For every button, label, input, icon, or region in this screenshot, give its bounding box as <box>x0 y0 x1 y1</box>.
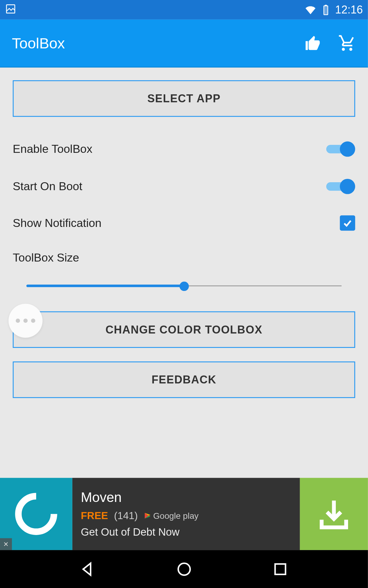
floating-menu-button[interactable] <box>9 304 43 338</box>
svg-rect-1 <box>324 6 328 15</box>
navigation-bar <box>0 550 368 588</box>
download-icon <box>315 495 353 533</box>
select-app-label: SELECT APP <box>147 92 220 105</box>
ad-download-button[interactable] <box>300 478 368 550</box>
enable-toolbox-toggle[interactable] <box>326 141 355 157</box>
ad-body: Moven FREE (141) Google play Get Out of … <box>72 478 300 550</box>
feedback-label: FEEDBACK <box>151 373 216 386</box>
status-bar: 12:16 <box>0 0 368 20</box>
start-on-boot-toggle[interactable] <box>326 178 355 195</box>
start-on-boot-label: Start On Boot <box>13 180 82 193</box>
moven-icon <box>13 491 60 537</box>
status-time: 12:16 <box>335 3 363 16</box>
show-notification-label: Show Notification <box>13 217 102 230</box>
svg-rect-4 <box>275 564 286 575</box>
wifi-icon <box>305 4 316 16</box>
toolbox-size-label: ToolBox Size <box>13 251 355 265</box>
svg-point-3 <box>178 563 190 575</box>
ad-price: FREE <box>81 510 108 522</box>
image-icon <box>5 3 16 14</box>
nav-back-icon[interactable] <box>79 560 96 578</box>
nav-home-icon[interactable] <box>175 560 193 578</box>
ad-banner[interactable]: × Moven FREE (141) Google play Get Out o… <box>0 478 368 550</box>
cart-icon[interactable] <box>338 34 356 52</box>
content-area: SELECT APP Enable ToolBox Start On Boot … <box>0 68 368 398</box>
app-bar: ToolBox <box>0 20 368 68</box>
change-color-label: CHANGE COLOR TOOLBOX <box>105 323 263 336</box>
status-right: 12:16 <box>305 3 363 16</box>
setting-show-notification: Show Notification <box>13 205 355 241</box>
setting-start-on-boot: Start On Boot <box>13 168 355 205</box>
thumbs-up-icon[interactable] <box>304 34 322 52</box>
ad-app-icon: × <box>0 478 72 550</box>
status-left <box>5 3 16 16</box>
toolbox-size-slider[interactable] <box>26 282 342 290</box>
check-icon <box>342 217 353 228</box>
nav-recent-icon[interactable] <box>271 560 289 578</box>
enable-toolbox-label: Enable ToolBox <box>13 142 93 156</box>
play-store-icon <box>144 512 151 519</box>
ad-rating: (141) <box>114 510 138 522</box>
show-notification-checkbox[interactable] <box>340 215 355 231</box>
ad-close-button[interactable]: × <box>0 538 12 550</box>
svg-rect-2 <box>325 5 327 6</box>
setting-toolbox-size: ToolBox Size <box>13 241 355 305</box>
feedback-button[interactable]: FEEDBACK <box>13 361 355 398</box>
battery-icon <box>320 4 332 16</box>
ad-subtitle: Get Out of Debt Now <box>81 526 292 538</box>
select-app-button[interactable]: SELECT APP <box>13 80 355 117</box>
change-color-button[interactable]: CHANGE COLOR TOOLBOX <box>13 311 355 348</box>
setting-enable-toolbox: Enable ToolBox <box>13 130 355 168</box>
ad-title: Moven <box>81 490 292 505</box>
app-title: ToolBox <box>12 35 65 51</box>
ad-store: Google play <box>144 511 199 521</box>
